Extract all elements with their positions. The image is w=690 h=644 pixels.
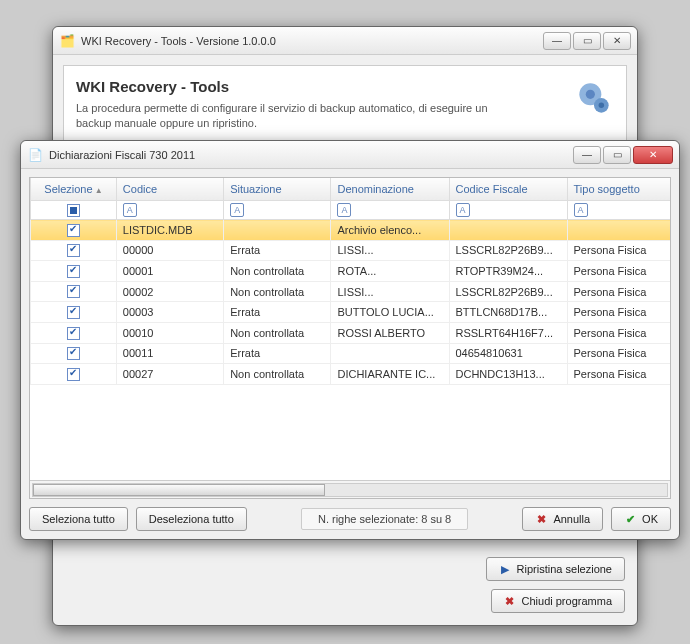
restore-selection-label: Ripristina selezione [517,563,612,575]
col-codice[interactable]: Codice [116,178,223,201]
main-titlebar[interactable]: 🗂️ WKI Recovery - Tools - Versione 1.0.0… [53,27,637,55]
cancel-button[interactable]: ✖Annulla [522,507,603,531]
close-program-label: Chiudi programma [522,595,612,607]
filter-codice-fiscale[interactable]: A [449,201,567,220]
table-row[interactable]: 00011Errata04654810631Persona Fisica730 … [31,343,672,364]
row-checkbox[interactable] [67,244,80,257]
cell-denominazione: ROTA... [331,261,449,282]
select-all-label: Seleziona tutto [42,513,115,525]
col-codice-fiscale[interactable]: Codice Fiscale [449,178,567,201]
filter-icon: A [456,203,470,217]
dialog-icon: 📄 [27,147,43,163]
cell-selezione[interactable] [31,302,117,323]
dialog-maximize-button[interactable]: ▭ [603,146,631,164]
table-row[interactable]: 00003ErrataBUTTOLO LUCIA...BTTLCN68D17B.… [31,302,672,323]
cell-selezione[interactable] [31,220,117,241]
cell-selezione[interactable] [31,322,117,343]
cell-selezione[interactable] [31,261,117,282]
header-checkbox[interactable] [67,204,80,217]
cell-tipo-soggetto: Persona Fisica [567,281,671,302]
table-row[interactable]: 00001Non controllataROTA...RTOPTR39M24..… [31,261,672,282]
table-row[interactable]: 00027Non controllataDICHIARANTE IC...DCH… [31,364,672,385]
cell-situazione: Errata [224,240,331,261]
filter-denominazione[interactable]: A [331,201,449,220]
info-heading: WKI Recovery - Tools [76,78,614,95]
cell-selezione[interactable] [31,343,117,364]
cell-codice: 00027 [116,364,223,385]
table-row[interactable]: LISTDIC.MDBArchivio elenco... [31,220,672,241]
cancel-x-icon: ✖ [535,513,547,525]
cancel-label: Annulla [553,513,590,525]
horizontal-scrollbar[interactable] [30,480,670,498]
cell-selezione[interactable] [31,281,117,302]
filter-tipo-soggetto[interactable]: A [567,201,671,220]
close-button[interactable]: ✕ [603,32,631,50]
table-row[interactable]: 00002Non controllataLISSI...LSSCRL82P26B… [31,281,672,302]
cell-codice: 00010 [116,322,223,343]
table-row[interactable]: 00010Non controllataROSSI ALBERTORSSLRT6… [31,322,672,343]
minimize-button[interactable]: — [543,32,571,50]
row-checkbox[interactable] [67,347,80,360]
cell-selezione[interactable] [31,240,117,261]
col-denominazione[interactable]: Denominazione [331,178,449,201]
cell-situazione: Errata [224,343,331,364]
close-x-icon: ✖ [504,595,516,607]
cell-situazione: Non controllata [224,322,331,343]
row-checkbox[interactable] [67,306,80,319]
cell-selezione[interactable] [31,364,117,385]
row-checkbox[interactable] [67,265,80,278]
cell-codice: 00002 [116,281,223,302]
filter-selezione[interactable] [31,201,117,220]
ok-button[interactable]: ✔OK [611,507,671,531]
dialog-titlebar[interactable]: 📄 Dichiarazioni Fiscali 730 2011 — ▭ ✕ [21,141,679,169]
info-description: La procedura permette di configurare il … [76,101,506,132]
row-checkbox[interactable] [67,285,80,298]
cell-denominazione: BUTTOLO LUCIA... [331,302,449,323]
col-situazione[interactable]: Situazione [224,178,331,201]
cell-denominazione: LISSI... [331,240,449,261]
col-tipo-soggetto[interactable]: Tipo soggetto [567,178,671,201]
scrollbar-thumb[interactable] [33,484,325,496]
info-panel: WKI Recovery - Tools La procedura permet… [63,65,627,145]
filter-row: A A A A A A [31,201,672,220]
table-row[interactable]: 00000ErrataLISSI...LSSCRL82P26B9...Perso… [31,240,672,261]
cell-denominazione: DICHIARANTE IC... [331,364,449,385]
filter-situazione[interactable]: A [224,201,331,220]
dialog-minimize-button[interactable]: — [573,146,601,164]
sort-icon: ▲ [95,186,103,195]
cell-codice-fiscale: RTOPTR39M24... [449,261,567,282]
row-checkbox[interactable] [67,368,80,381]
deselect-all-button[interactable]: Deseleziona tutto [136,507,247,531]
data-grid[interactable]: Selezione▲ Codice Situazione Denominazio… [29,177,671,499]
filter-icon: A [574,203,588,217]
cell-tipo-soggetto: Persona Fisica [567,322,671,343]
col-selezione[interactable]: Selezione▲ [31,178,117,201]
cell-tipo-soggetto: Persona Fisica [567,302,671,323]
cell-situazione: Errata [224,302,331,323]
main-title: WKI Recovery - Tools - Versione 1.0.0.0 [81,35,543,47]
app-icon: 🗂️ [59,33,75,49]
restore-selection-button[interactable]: ▶ Ripristina selezione [486,557,625,581]
filter-icon: A [337,203,351,217]
row-checkbox[interactable] [67,327,80,340]
cell-denominazione [331,343,449,364]
ok-label: OK [642,513,658,525]
cell-tipo-soggetto: Persona Fisica [567,364,671,385]
cell-codice-fiscale: BTTLCN68D17B... [449,302,567,323]
cell-tipo-soggetto: Persona Fisica [567,240,671,261]
cell-situazione [224,220,331,241]
cell-codice-fiscale: DCHNDC13H13... [449,364,567,385]
maximize-button[interactable]: ▭ [573,32,601,50]
cell-codice: 00011 [116,343,223,364]
cell-codice-fiscale: LSSCRL82P26B9... [449,281,567,302]
row-checkbox[interactable] [67,224,80,237]
header-row: Selezione▲ Codice Situazione Denominazio… [31,178,672,201]
filter-codice[interactable]: A [116,201,223,220]
gear-icon [572,76,616,120]
close-program-button[interactable]: ✖ Chiudi programma [491,589,625,613]
dialog-close-button[interactable]: ✕ [633,146,673,164]
dialog-footer: Seleziona tutto Deseleziona tutto N. rig… [29,507,671,531]
cell-codice-fiscale: 04654810631 [449,343,567,364]
select-all-button[interactable]: Seleziona tutto [29,507,128,531]
cell-codice: 00000 [116,240,223,261]
